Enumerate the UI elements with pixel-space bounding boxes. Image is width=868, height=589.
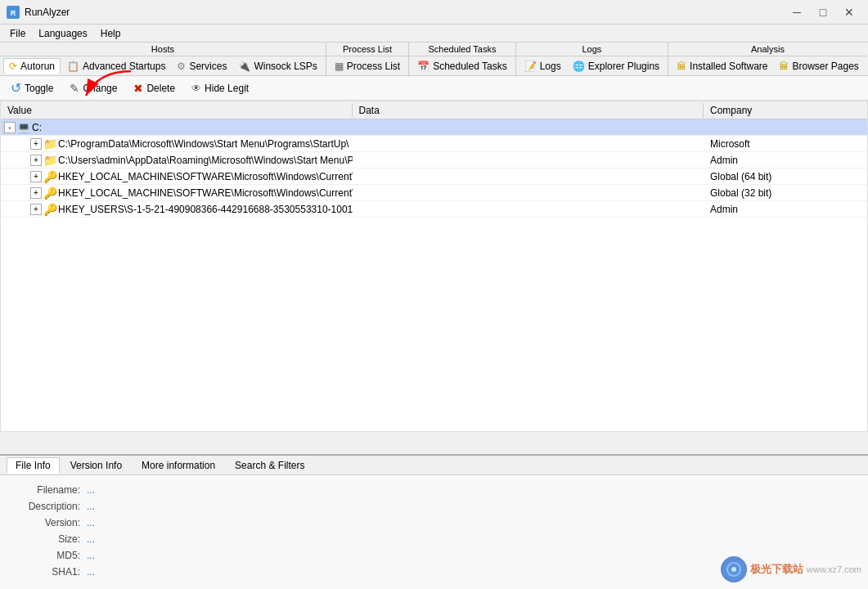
process-icon: ▦ <box>335 61 344 72</box>
version-value[interactable]: ... <box>87 517 95 528</box>
col-value-header: Value <box>1 103 353 118</box>
scheduled-tab-items: 📅 Scheduled Tasks <box>409 56 515 75</box>
cell-value: + 📁 C:\Users\admin\AppData\Roaming\Micro… <box>1 154 353 167</box>
filename-value[interactable]: ... <box>87 484 95 496</box>
row-label: HKEY_LOCAL_MACHINE\SOFTWARE\Microsoft\Wi… <box>58 187 353 199</box>
tab-services[interactable]: ⚙ Services <box>172 59 232 74</box>
tab-search-filters[interactable]: Search & Filters <box>226 457 313 474</box>
expand-icon[interactable]: + <box>30 155 42 166</box>
installed-icon: 🏛 <box>677 61 686 72</box>
table-header: Value Data Company <box>1 101 867 119</box>
table-row[interactable]: + 🔑 HKEY_USERS\S-1-5-21-490908366-442916… <box>1 201 867 218</box>
maximize-button[interactable]: □ <box>811 4 835 20</box>
logs-label: Logs <box>540 61 561 72</box>
winsock-icon: 🔌 <box>238 61 250 72</box>
hosts-tab-items: ⟳ Autorun 📋 Advanced Startups ⚙ Services… <box>0 56 326 75</box>
table-row[interactable]: + 🔑 HKEY_LOCAL_MACHINE\SOFTWARE\Microsof… <box>1 169 867 185</box>
tab-file-info[interactable]: File Info <box>7 457 60 474</box>
explorer-icon: 🌐 <box>573 61 585 72</box>
tab-browser[interactable]: 🏛 Browser Pages <box>774 59 863 74</box>
registry-icon: 🔑 <box>43 187 56 200</box>
cell-value: - 💻 C: <box>1 121 353 134</box>
close-button[interactable]: ✕ <box>837 4 861 20</box>
process-group-label: Process List <box>326 43 408 56</box>
cell-value: + 🔑 HKEY_LOCAL_MACHINE\SOFTWARE\Microsof… <box>1 170 353 183</box>
menu-file[interactable]: File <box>3 26 32 41</box>
expand-icon[interactable]: + <box>30 204 42 215</box>
tab-logs[interactable]: 📝 Logs <box>519 59 566 74</box>
description-value[interactable]: ... <box>87 501 95 512</box>
description-label: Description: <box>13 501 87 512</box>
menu-bar: File Languages Help <box>0 25 868 43</box>
folder-icon: 📁 <box>43 154 56 167</box>
hide-legit-button[interactable]: 👁 Hide Legit <box>184 79 256 97</box>
advanced-label: Advanced Startups <box>83 61 165 72</box>
app-title: RunAlyzer <box>25 7 70 18</box>
tab-explorer[interactable]: 🌐 Explorer Plugins <box>568 59 664 74</box>
expand-icon[interactable]: + <box>30 171 42 182</box>
tab-scheduled[interactable]: 📅 Scheduled Tasks <box>412 59 512 74</box>
expand-icon[interactable]: - <box>4 122 16 133</box>
table-row[interactable]: + 📁 C:\ProgramData\Microsoft\Windows\Sta… <box>1 136 867 152</box>
tab-version-info[interactable]: Version Info <box>61 457 131 474</box>
hide-legit-label: Hide Legit <box>205 83 249 94</box>
sha1-value[interactable]: ... <box>87 566 95 578</box>
analysis-group-label: Analysis <box>668 43 867 56</box>
expand-icon[interactable]: + <box>30 138 42 150</box>
cell-company: Admin <box>704 204 867 215</box>
menu-languages[interactable]: Languages <box>32 26 93 41</box>
scheduled-label: Scheduled Tasks <box>433 61 507 72</box>
watermark: 极光下载站 www.xz7.com <box>721 556 861 582</box>
registry-icon: 🔑 <box>43 203 56 216</box>
installed-label: Installed Software <box>690 61 767 72</box>
menu-help[interactable]: Help <box>94 26 128 41</box>
tab-installed[interactable]: 🏛 Installed Software <box>672 59 772 74</box>
size-label: Size: <box>13 533 87 545</box>
size-value[interactable]: ... <box>87 533 95 545</box>
logs-group-label: Logs <box>516 43 668 56</box>
table-row[interactable]: - 💻 C: <box>1 119 867 136</box>
tab-autorun[interactable]: ⟳ Autorun <box>3 58 61 74</box>
expand-icon[interactable]: + <box>30 187 42 199</box>
table-row[interactable]: + 📁 C:\Users\admin\AppData\Roaming\Micro… <box>1 152 867 169</box>
row-label: HKEY_USERS\S-1-5-21-490908366-442916688-… <box>58 204 353 215</box>
registry-icon: 🔑 <box>43 170 56 183</box>
winsock-label: Winsock LSPs <box>254 61 317 72</box>
change-button[interactable]: ✎ Change <box>62 79 124 98</box>
minimize-button[interactable]: ─ <box>785 4 809 20</box>
tab-winsock[interactable]: 🔌 Winsock LSPs <box>233 59 322 74</box>
row-label: HKEY_LOCAL_MACHINE\SOFTWARE\Microsoft\Wi… <box>58 171 353 182</box>
delete-icon: ✖ <box>133 82 143 95</box>
window-controls: ─ □ ✕ <box>785 4 861 20</box>
filename-label: Filename: <box>13 484 87 496</box>
tab-process[interactable]: ▦ Process List <box>330 59 405 74</box>
cell-value: + 🔑 HKEY_LOCAL_MACHINE\SOFTWARE\Microsof… <box>1 187 353 200</box>
tab-advanced-startups[interactable]: 📋 Advanced Startups <box>62 59 170 74</box>
change-label: Change <box>83 83 117 94</box>
logs-icon: 📝 <box>524 61 537 72</box>
cell-company: Microsoft <box>704 138 867 150</box>
md5-value[interactable]: ... <box>87 550 95 561</box>
browser-icon: 🏛 <box>779 61 789 72</box>
md5-label: MD5: <box>13 550 87 561</box>
process-label: Process List <box>347 61 400 72</box>
table-row[interactable]: + 🔑 HKEY_LOCAL_MACHINE\SOFTWARE\Microsof… <box>1 185 867 201</box>
services-label: Services <box>189 61 227 72</box>
scheduled-group-label: Scheduled Tasks <box>409 43 515 56</box>
toggle-button[interactable]: ↺ Toggle <box>3 77 61 99</box>
title-bar: R RunAlyzer ─ □ ✕ <box>0 0 868 25</box>
watermark-text: 极光下载站 <box>750 562 803 577</box>
toolbar: ↺ Toggle ✎ Change ✖ Delete 👁 Hide Legit <box>0 76 868 101</box>
analysis-tab-items: 🏛 Installed Software 🏛 Browser Pages <box>668 56 867 75</box>
title-bar-left: R RunAlyzer <box>7 6 70 19</box>
info-row-filename: Filename: ... <box>13 482 855 498</box>
change-icon: ✎ <box>70 82 79 95</box>
cell-value: + 🔑 HKEY_USERS\S-1-5-21-490908366-442916… <box>1 203 353 216</box>
tab-more-information[interactable]: More information <box>133 457 224 474</box>
info-row-description: Description: ... <box>13 498 855 515</box>
watermark-logo <box>721 556 747 582</box>
delete-label: Delete <box>146 83 175 94</box>
delete-button[interactable]: ✖ Delete <box>126 79 182 98</box>
tab-sections: Hosts ⟳ Autorun 📋 Advanced Startups ⚙ Se… <box>0 43 868 76</box>
toggle-label: Toggle <box>25 83 53 94</box>
